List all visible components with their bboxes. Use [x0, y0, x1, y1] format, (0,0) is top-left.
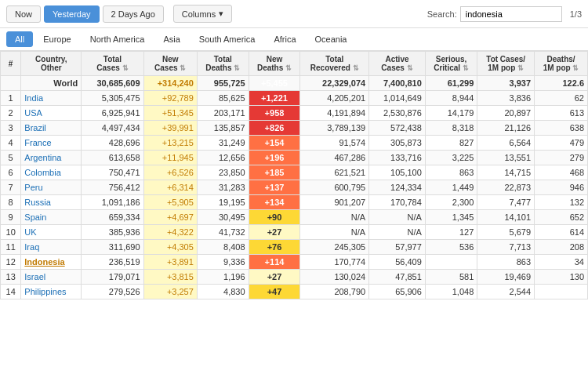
table-row: 5Argentina613,658+11,94512,656+196467,28… [1, 151, 588, 165]
table-row: 11Iraq311,690+4,3058,408+76245,30557,977… [1, 240, 588, 255]
region-tab-south-america[interactable]: South America [191, 31, 264, 47]
col-header-6[interactable]: TotalRecovered ⇅ [300, 52, 369, 76]
table-row: 10UK385,936+4,32241,732+27N/AN/A1275,679… [1, 225, 588, 240]
yesterday-button[interactable]: Yesterday [44, 5, 100, 23]
search-input[interactable] [460, 6, 562, 22]
col-header-0[interactable]: # [1, 52, 21, 76]
table-row: 1India5,305,475+92,78985,625+1,2214,205,… [1, 91, 588, 106]
table-row: 7Peru756,412+6,31431,283+137600,795124,3… [1, 180, 588, 195]
sort-arrow-icon: ⇅ [353, 64, 359, 72]
region-tab-oceania[interactable]: Oceania [307, 31, 356, 47]
two-days-ago-button[interactable]: 2 Days Ago [103, 5, 164, 23]
table-row: 14Philippines279,526+3,2574,830+47208,79… [1, 285, 588, 299]
now-button[interactable]: Now [6, 5, 41, 23]
region-tab-all[interactable]: All [6, 31, 33, 47]
sort-arrow-icon: ⇅ [122, 64, 129, 72]
top-bar: Now Yesterday 2 Days Ago Columns ▾ Searc… [0, 0, 588, 28]
table-row: 9Spain659,334+4,69730,495+90N/AN/A1,3451… [1, 210, 588, 225]
col-header-1[interactable]: Country,Other [21, 52, 82, 76]
table-row: 12Indonesia236,519+3,8919,336+114170,774… [1, 255, 588, 270]
col-header-7[interactable]: ActiveCases ⇅ [369, 52, 426, 76]
sort-arrow-icon: ⇅ [180, 64, 186, 72]
region-tab-africa[interactable]: Africa [265, 31, 304, 47]
sort-arrow-icon: ⇅ [517, 64, 524, 72]
table-row: 13Israel179,071+3,8151,196+27130,02447,8… [1, 270, 588, 285]
sort-arrow-icon: ⇅ [407, 64, 413, 72]
col-header-4[interactable]: TotalDeaths ⇅ [197, 52, 249, 76]
columns-label: Columns [182, 9, 216, 19]
chevron-down-icon: ▾ [219, 9, 223, 19]
search-label: Search: [427, 9, 457, 19]
table-row: 2USA6,925,941+51,345203,171+9584,191,894… [1, 106, 588, 121]
sort-arrow-icon: ⇅ [572, 64, 579, 72]
col-header-5[interactable]: NewDeaths ⇅ [249, 52, 300, 76]
table-row: 4France428,696+13,21531,249+15491,574305… [1, 136, 588, 151]
table-row: 3Brazil4,497,434+39,991135,857+8263,789,… [1, 121, 588, 136]
columns-button[interactable]: Columns ▾ [173, 5, 232, 23]
col-header-9[interactable]: Tot Cases/1M pop ⇅ [477, 52, 535, 76]
table-row: 6Colombia750,471+6,52623,850+185621,5211… [1, 165, 588, 180]
table-row: 8Russia1,091,186+5,90519,195+134901,2071… [1, 195, 588, 210]
col-header-3[interactable]: NewCases ⇅ [143, 52, 197, 76]
col-header-8[interactable]: Serious,Critical ⇅ [425, 52, 477, 76]
col-header-2[interactable]: TotalCases ⇅ [82, 52, 143, 76]
data-table: #Country,OtherTotalCases ⇅NewCases ⇅Tota… [0, 51, 588, 299]
region-tab-asia[interactable]: Asia [154, 31, 188, 47]
sort-arrow-icon: ⇅ [285, 64, 292, 72]
region-tabs: AllEuropeNorth AmericaAsiaSouth AmericaA… [0, 28, 588, 51]
world-row: World30,685,609+314,240955,725+5,45522,3… [1, 76, 588, 91]
page-info: 1/3 [570, 9, 582, 19]
col-header-10[interactable]: Deaths/1M pop ⇅ [535, 52, 588, 76]
region-tab-north-america[interactable]: North America [82, 31, 154, 47]
region-tab-europe[interactable]: Europe [34, 31, 79, 47]
sort-arrow-icon: ⇅ [463, 64, 469, 72]
sort-arrow-icon: ⇅ [234, 64, 240, 72]
